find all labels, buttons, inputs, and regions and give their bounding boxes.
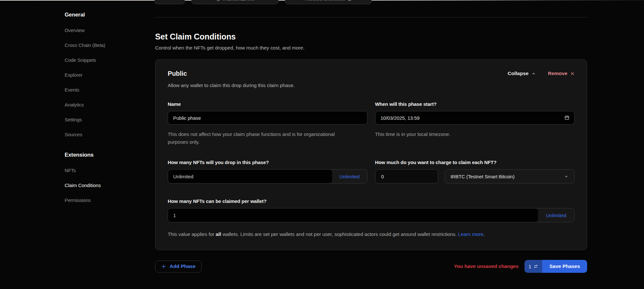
chevron-down-icon	[564, 174, 568, 179]
add-phase-button[interactable]: Add Phase	[155, 261, 202, 272]
name-input[interactable]	[168, 111, 367, 125]
timezone-helper-text: This time is in your local timezone.	[375, 130, 575, 138]
swap-arrows-icon	[533, 264, 538, 269]
remove-phase-button[interactable]: Remove	[548, 71, 575, 76]
plus-icon	[161, 264, 166, 269]
per-wallet-input[interactable]	[168, 208, 538, 222]
contract-sidebar: General Overview Cross Chain (Beta) Code…	[65, 12, 152, 212]
price-input[interactable]	[375, 169, 438, 183]
sidebar-item-cross-chain[interactable]: Cross Chain (Beta)	[65, 42, 105, 48]
supply-field: How many NFTs will you drop in this phas…	[168, 160, 367, 183]
supply-unlimited-toggle[interactable]: Unlimited	[332, 170, 367, 183]
remove-label: Remove	[548, 71, 567, 76]
phase-card: Public Allow any wallet to claim this dr…	[155, 59, 587, 250]
name-field: Name This does not affect how your claim…	[168, 101, 367, 146]
price-field: How much do you want to charge to claim …	[375, 160, 575, 183]
sidebar-item-sources[interactable]: Sources	[65, 132, 82, 138]
sidebar-item-events[interactable]: Events	[65, 87, 79, 93]
close-icon	[570, 72, 575, 76]
txn-count-badge[interactable]: 1	[524, 260, 542, 273]
sidebar-item-claim-conditions[interactable]: Claim Conditions	[65, 183, 101, 188]
sidebar-item-settings[interactable]: Settings	[65, 117, 82, 123]
collapse-button[interactable]: Collapse	[508, 71, 536, 76]
supply-input[interactable]	[168, 170, 332, 183]
page-subtitle: Control when the NFTs get dropped, how m…	[155, 45, 587, 51]
per-wallet-field: How many NFTs can be claimed per wallet?…	[168, 198, 575, 239]
calendar-icon[interactable]	[565, 115, 569, 120]
currency-selected-label: tRBTC (Testnet Smart Bitcoin)	[451, 174, 515, 179]
txn-count: 1	[529, 264, 531, 269]
learn-more-link[interactable]: Learn more	[458, 231, 483, 237]
sidebar-item-overview[interactable]: Overview	[65, 28, 85, 33]
save-phases-button[interactable]: Save Phases	[542, 260, 587, 273]
name-label: Name	[168, 101, 367, 107]
main-content: Set Claim Conditions Control when the NF…	[155, 0, 587, 273]
sidebar-item-code-snippets[interactable]: Code Snippets	[65, 57, 96, 63]
sidebar-section-extensions: Extensions	[65, 152, 152, 158]
sidebar-item-explorer[interactable]: Explorer	[65, 72, 82, 78]
phase-title: Public	[168, 70, 295, 77]
per-wallet-label: How many NFTs can be claimed per wallet?	[168, 198, 575, 204]
wallet-note: This value applies for all wallets. Limi…	[168, 229, 572, 239]
unsaved-changes-text: You have unsaved changes	[454, 263, 519, 269]
chevron-up-icon	[532, 72, 536, 76]
phase-description: Allow any wallet to claim this drop duri…	[168, 83, 295, 88]
sidebar-item-nfts[interactable]: NFTs	[65, 168, 76, 173]
currency-select[interactable]: tRBTC (Testnet Smart Bitcoin)	[445, 169, 575, 183]
claim-conditions-page: 0xcDcC...1100e9 Rootstock Blockscout Gen…	[0, 0, 644, 289]
per-wallet-unlimited-toggle[interactable]: Unlimited	[538, 208, 574, 222]
add-phase-label: Add Phase	[170, 263, 195, 269]
sidebar-item-analytics[interactable]: Analytics	[65, 102, 84, 108]
start-field: When will this phase start? This time is…	[375, 101, 575, 146]
price-label: How much do you want to charge to claim …	[375, 160, 575, 165]
wallet-note-bold: all	[216, 231, 221, 237]
sidebar-section-general: General	[65, 12, 152, 18]
start-label: When will this phase start?	[375, 101, 575, 107]
start-date-input[interactable]	[375, 111, 575, 125]
sidebar-item-permissions[interactable]: Permissions	[65, 197, 91, 203]
name-helper-text: This does not affect how your claim phas…	[168, 130, 349, 146]
section-divider	[155, 17, 587, 17]
page-title: Set Claim Conditions	[155, 32, 587, 41]
phases-footer: Add Phase You have unsaved changes 1 Sav…	[155, 260, 587, 273]
collapse-label: Collapse	[508, 71, 529, 76]
supply-label: How many NFTs will you drop in this phas…	[168, 160, 367, 165]
